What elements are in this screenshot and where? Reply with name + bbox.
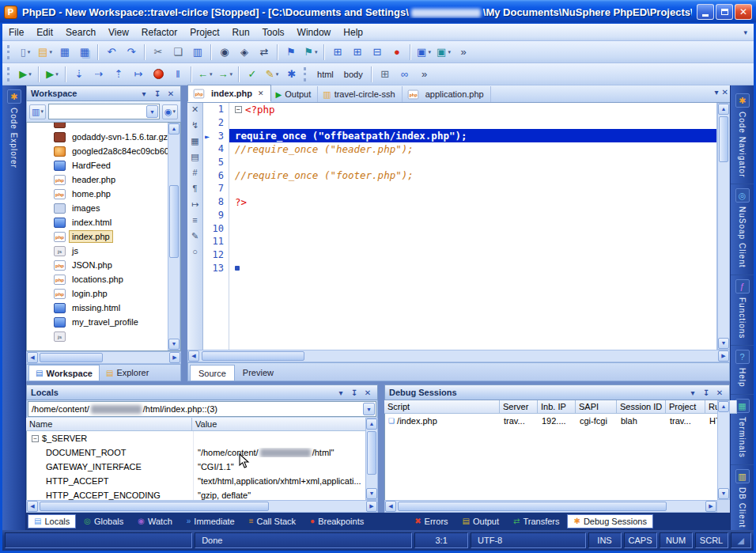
outline-icon[interactable]: ≡ bbox=[192, 216, 197, 225]
menu-edit[interactable]: Edit bbox=[30, 25, 59, 40]
bookmarks-grid-icon[interactable]: ▦ bbox=[191, 137, 198, 146]
locals-vertical-scrollbar[interactable]: ▲ ▼ bbox=[365, 418, 378, 500]
code-text[interactable]: //require_once ("footer.php"); bbox=[229, 169, 716, 182]
tree-item[interactable]: phpindex.php bbox=[27, 229, 180, 244]
scroll-left-icon[interactable]: ◀ bbox=[27, 501, 38, 512]
tree-item[interactable]: phphome.php bbox=[27, 187, 180, 201]
workspace-filter-input[interactable]: ▼ bbox=[48, 104, 160, 119]
code-text[interactable]: require_once ("offbeatpath/index.php"); bbox=[229, 129, 716, 142]
scroll-up-icon[interactable]: ▲ bbox=[366, 419, 377, 430]
scrollbar-thumb[interactable] bbox=[719, 116, 728, 162]
code-text[interactable] bbox=[229, 182, 716, 195]
insert-table-button[interactable]: ⊞ bbox=[376, 65, 395, 83]
toolbar-grip[interactable] bbox=[7, 45, 11, 59]
panel-menu-icon[interactable]: ▾ bbox=[687, 388, 698, 397]
locals-row[interactable]: HTTP_ACCEPT"text/html,application/xhtml+… bbox=[27, 474, 365, 488]
debug-column[interactable]: Project bbox=[666, 400, 705, 414]
goto-bookmark-button[interactable]: ⚑▾ bbox=[301, 43, 320, 61]
debug-vertical-scrollbar[interactable]: ▲ ▼ bbox=[717, 400, 730, 500]
project-properties-button[interactable]: ⊞ bbox=[328, 43, 347, 61]
step-out-button[interactable]: ⇡ bbox=[109, 65, 128, 83]
code-text[interactable] bbox=[229, 156, 716, 169]
menu-view[interactable]: View bbox=[102, 25, 135, 40]
body-tag-button[interactable]: body bbox=[339, 65, 368, 83]
scrollbar-thumb[interactable] bbox=[202, 351, 304, 361]
tree-item[interactable]: js bbox=[27, 329, 180, 343]
fold-collapse-icon[interactable]: − bbox=[235, 106, 242, 113]
undo-button[interactable]: ↶ bbox=[102, 43, 121, 61]
locals-horizontal-scrollbar[interactable]: ◀ ▶ bbox=[26, 500, 378, 513]
account-manager-button[interactable]: ⊞ bbox=[348, 43, 367, 61]
dock-tab-help[interactable]: ?Help bbox=[731, 346, 754, 395]
dock-tab-func[interactable]: ƒFunctions bbox=[731, 275, 754, 346]
debug-column[interactable]: Inb. IP bbox=[538, 400, 576, 414]
panel-menu-icon[interactable]: ▾ bbox=[335, 388, 346, 397]
scroll-right-icon[interactable]: ▶ bbox=[705, 501, 716, 512]
editor-tab-output[interactable]: ▶Output bbox=[271, 86, 319, 102]
cut-button[interactable]: ✂ bbox=[149, 43, 168, 61]
open-file-button[interactable]: ▤▾ bbox=[36, 43, 55, 61]
scroll-left-icon[interactable]: ◀ bbox=[385, 501, 396, 512]
pin-icon[interactable]: ↧ bbox=[349, 388, 360, 397]
toggle-bookmark-button[interactable]: ⚑ bbox=[282, 43, 301, 61]
scroll-down-icon[interactable]: ▼ bbox=[168, 339, 180, 350]
tree-item[interactable]: phplocations.php bbox=[27, 272, 180, 286]
tree-item[interactable]: missing.html bbox=[27, 301, 180, 315]
tree-vertical-scrollbar[interactable]: ▲ ▼ bbox=[168, 123, 180, 350]
filter-button[interactable]: ▥▾ bbox=[29, 104, 46, 119]
record-macro-button[interactable]: ● bbox=[387, 43, 406, 61]
panel-tab-output[interactable]: ▤Output bbox=[456, 514, 505, 528]
menu-file[interactable]: File bbox=[2, 25, 30, 40]
locals-column-value[interactable]: Value bbox=[192, 418, 378, 431]
code-text[interactable]: ?> bbox=[229, 195, 716, 209]
code-text[interactable] bbox=[229, 116, 716, 130]
tree-item[interactable] bbox=[27, 122, 180, 130]
tree-item[interactable]: phpJSON.php bbox=[27, 258, 180, 272]
resize-grip-icon[interactable]: ◢ bbox=[738, 536, 744, 546]
combo-dropdown-icon[interactable]: ▼ bbox=[146, 105, 158, 118]
run-button[interactable]: ▶▾ bbox=[16, 65, 35, 83]
new-file-button[interactable]: ▯▾ bbox=[16, 43, 35, 61]
scroll-down-icon[interactable]: ▼ bbox=[718, 488, 729, 499]
panel-tab-watch[interactable]: ◉Watch bbox=[131, 514, 179, 528]
tree-item[interactable]: godaddy-svn-1.5.6.tar.gz bbox=[27, 130, 180, 144]
panel-tab-callstack[interactable]: ≡Call Stack bbox=[243, 514, 302, 528]
code-templates-button[interactable]: ▣▾ bbox=[414, 43, 433, 61]
editor-vertical-scrollbar[interactable]: ▲ ▼ bbox=[717, 103, 730, 350]
close-tab-icon[interactable]: ✕ bbox=[258, 89, 264, 97]
scroll-up-icon[interactable]: ▲ bbox=[168, 123, 180, 134]
run-in-browser-button[interactable]: ▶▾ bbox=[43, 65, 62, 83]
breakpoint-toggle-icon[interactable]: ↯ bbox=[191, 121, 198, 130]
settings-button[interactable]: ✱ bbox=[282, 65, 301, 83]
tree-item[interactable]: index.html bbox=[27, 215, 180, 229]
find-in-files-button[interactable]: ◈ bbox=[235, 43, 254, 61]
menu-refactor[interactable]: Refactor bbox=[135, 25, 183, 40]
minimize-button[interactable] bbox=[697, 4, 714, 20]
workspace-find-button[interactable]: ◉▾ bbox=[162, 104, 178, 119]
panel-tab-transfers[interactable]: ⇄Transfers bbox=[507, 514, 565, 528]
code-text[interactable] bbox=[229, 248, 716, 262]
editor-horizontal-scrollbar[interactable]: ◀ ▶ bbox=[187, 350, 730, 362]
workspace-tab-explorer[interactable]: ▤Explorer bbox=[100, 365, 155, 381]
debug-horizontal-scrollbar[interactable]: ◀ ▶ bbox=[384, 500, 717, 513]
code-text[interactable] bbox=[229, 235, 716, 248]
scrollbar-thumb[interactable] bbox=[40, 353, 103, 362]
scroll-right-icon[interactable]: ▶ bbox=[718, 350, 729, 362]
editor-tab-application-php[interactable]: phpapplication.php bbox=[403, 86, 491, 102]
code-text[interactable] bbox=[229, 222, 716, 235]
combo-dropdown-icon[interactable]: ▼ bbox=[363, 403, 375, 415]
locals-row[interactable]: HTTP_ACCEPT_ENCODING"gzip, deflate" bbox=[27, 488, 365, 500]
menu-project[interactable]: Project bbox=[183, 25, 225, 40]
debug-column[interactable]: Script bbox=[384, 400, 500, 414]
close-document-icon[interactable]: ✕ bbox=[722, 88, 728, 97]
scroll-down-icon[interactable]: ▼ bbox=[366, 488, 377, 499]
back-button[interactable]: ←▾ bbox=[195, 65, 215, 83]
tree-item[interactable]: googled2a8c84ec09cb606 bbox=[27, 144, 180, 158]
panel-menu-icon[interactable]: ▾ bbox=[138, 89, 149, 98]
panel-tab-locals[interactable]: ▤Locals bbox=[28, 514, 76, 528]
editor-tab-travel-circle-ssh[interactable]: ▥travel-circle-ssh bbox=[318, 86, 402, 102]
forward-button[interactable]: →▾ bbox=[216, 65, 236, 83]
tree-item[interactable]: my_travel_profile bbox=[27, 315, 180, 329]
dock-tab-soap[interactable]: ◎NuSoap Client bbox=[731, 184, 754, 275]
panel-tab-immediate[interactable]: »Immediate bbox=[180, 514, 241, 528]
